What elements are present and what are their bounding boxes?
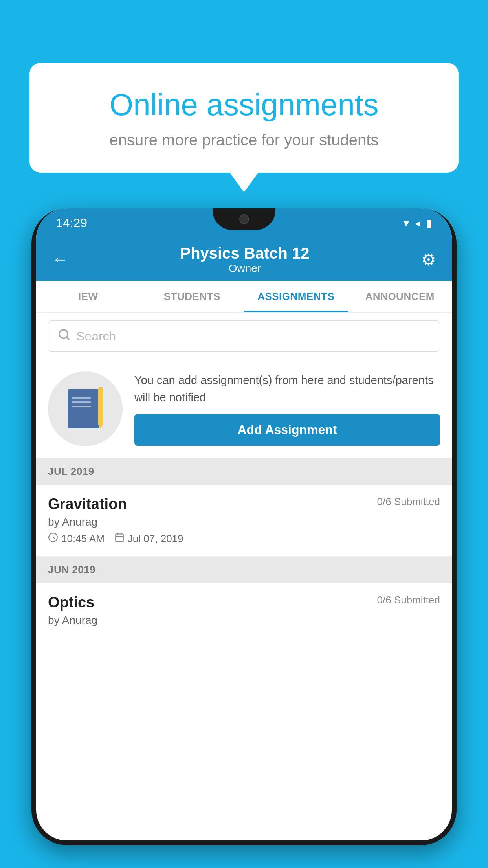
header-title: Physics Batch 12 bbox=[68, 245, 421, 262]
phone-screen: 14:29 ▾ ◂ ▮ ← Physics Batch 12 Owner ⚙ bbox=[36, 208, 452, 840]
assignment-top-row-optics: Optics 0/6 Submitted bbox=[48, 594, 440, 611]
promo-icon-circle bbox=[48, 371, 123, 446]
add-assignment-button[interactable]: Add Assignment bbox=[134, 414, 440, 446]
battery-icon: ▮ bbox=[426, 217, 432, 230]
clock-icon bbox=[48, 532, 58, 545]
status-icons: ▾ ◂ ▮ bbox=[404, 217, 432, 230]
phone-notch bbox=[213, 208, 275, 230]
speech-bubble-subtitle: ensure more practice for your students bbox=[57, 131, 431, 149]
assignment-top-row: Gravitation 0/6 Submitted bbox=[48, 496, 440, 513]
tabs-container: IEW STUDENTS ASSIGNMENTS ANNOUNCEM bbox=[36, 281, 452, 313]
assignment-item-gravitation[interactable]: Gravitation 0/6 Submitted by Anurag 10:4… bbox=[36, 485, 452, 557]
tab-assignments[interactable]: ASSIGNMENTS bbox=[244, 281, 348, 312]
tab-announcements[interactable]: ANNOUNCEM bbox=[348, 281, 452, 312]
notebook-body bbox=[68, 389, 99, 428]
svg-line-1 bbox=[66, 337, 69, 339]
header-subtitle: Owner bbox=[68, 262, 421, 275]
notebook-line-2 bbox=[72, 401, 91, 403]
meta-date-value: Jul 07, 2019 bbox=[128, 533, 183, 545]
search-input-wrapper[interactable]: Search bbox=[48, 320, 440, 352]
calendar-icon bbox=[114, 532, 125, 545]
speech-bubble: Online assignments ensure more practice … bbox=[29, 63, 459, 173]
meta-time-value: 10:45 AM bbox=[61, 533, 105, 545]
meta-time: 10:45 AM bbox=[48, 532, 105, 545]
assignment-item-optics[interactable]: Optics 0/6 Submitted by Anurag bbox=[36, 583, 452, 642]
assignment-submitted-gravitation: 0/6 Submitted bbox=[377, 496, 440, 508]
search-placeholder: Search bbox=[76, 329, 116, 344]
search-icon bbox=[58, 328, 70, 344]
promo-area: You can add assignment(s) from here and … bbox=[36, 360, 452, 458]
section-header-jul: JUL 2019 bbox=[36, 458, 452, 485]
front-camera bbox=[239, 214, 249, 224]
assignment-meta-gravitation: 10:45 AM Jul 07, 2019 bbox=[48, 532, 440, 545]
phone-frame: 14:29 ▾ ◂ ▮ ← Physics Batch 12 Owner ⚙ bbox=[31, 208, 457, 845]
speech-bubble-container: Online assignments ensure more practice … bbox=[29, 63, 459, 173]
tab-students[interactable]: STUDENTS bbox=[140, 281, 244, 312]
notebook-pencil bbox=[98, 387, 103, 425]
search-bar: Search bbox=[36, 313, 452, 360]
tab-iew-label: IEW bbox=[78, 291, 98, 303]
phone-container: 14:29 ▾ ◂ ▮ ← Physics Batch 12 Owner ⚙ bbox=[31, 208, 457, 868]
section-header-jun: JUN 2019 bbox=[36, 557, 452, 583]
tab-students-label: STUDENTS bbox=[164, 291, 220, 303]
svg-rect-3 bbox=[116, 534, 123, 542]
assignment-by-gravitation: by Anurag bbox=[48, 516, 440, 528]
promo-content: You can add assignment(s) from here and … bbox=[134, 372, 440, 446]
speech-bubble-title: Online assignments bbox=[57, 86, 431, 123]
notebook-icon bbox=[68, 387, 103, 430]
signal-icon: ◂ bbox=[415, 217, 420, 230]
assignment-by-optics: by Anurag bbox=[48, 614, 440, 627]
notebook-line-3 bbox=[72, 406, 91, 407]
assignment-submitted-optics: 0/6 Submitted bbox=[377, 594, 440, 606]
back-button[interactable]: ← bbox=[52, 250, 68, 269]
settings-icon[interactable]: ⚙ bbox=[421, 250, 436, 269]
assignment-title-gravitation: Gravitation bbox=[48, 496, 127, 513]
wifi-icon: ▾ bbox=[404, 217, 409, 230]
assignment-title-optics: Optics bbox=[48, 594, 94, 611]
header-center: Physics Batch 12 Owner bbox=[68, 245, 421, 275]
notebook-line-1 bbox=[72, 397, 91, 399]
tab-announcements-label: ANNOUNCEM bbox=[365, 291, 435, 303]
tab-iew[interactable]: IEW bbox=[36, 281, 140, 312]
app-header: ← Physics Batch 12 Owner ⚙ bbox=[36, 238, 452, 281]
meta-date: Jul 07, 2019 bbox=[114, 532, 183, 545]
status-time: 14:29 bbox=[56, 216, 87, 230]
promo-text: You can add assignment(s) from here and … bbox=[134, 372, 440, 406]
notebook-lines bbox=[72, 397, 91, 410]
tab-assignments-label: ASSIGNMENTS bbox=[257, 291, 334, 303]
